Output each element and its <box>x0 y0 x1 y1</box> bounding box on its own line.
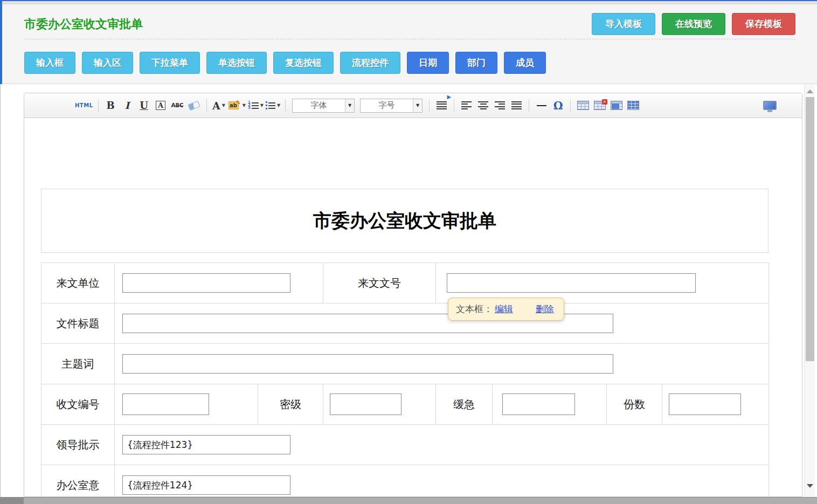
document-title-cell: 市委办公室收文审批单 <box>41 189 768 253</box>
indent-glyph <box>437 101 447 109</box>
scrollbar-thumb[interactable] <box>806 97 814 361</box>
toolbar-separator <box>570 99 571 112</box>
toolbar-separator <box>285 99 286 112</box>
table-cell-glyph <box>611 101 622 110</box>
insert-table-icon[interactable] <box>576 98 590 114</box>
align-center-icon[interactable] <box>476 98 490 114</box>
widget-button-row: 输入框 输入区 下拉菜单 单选按钮 复选按钮 流程控件 日期 部门 成员 <box>24 52 546 74</box>
font-size-label: 字号 <box>361 100 413 111</box>
italic-icon[interactable]: I <box>120 98 135 114</box>
urgency-input[interactable] <box>502 393 575 415</box>
bullet-list-icon[interactable]: ▼ <box>266 98 280 114</box>
add-checkbox-button[interactable]: 复选按钮 <box>273 52 334 74</box>
pencil-icon: ✎ <box>236 99 241 106</box>
boxed-a-glyph: A <box>156 101 165 110</box>
toolbar-separator <box>429 99 430 112</box>
import-template-button[interactable]: 导入模板 <box>592 13 655 35</box>
textbox-action-tooltip: 文本框： 编辑 删除 <box>448 298 564 321</box>
editor-content[interactable]: 市委办公室收文审批单 来文单位 来文文号 文件标题 主题词 收文 <box>24 118 802 497</box>
label-subject-words: 主题词 <box>41 344 115 384</box>
align-right-glyph <box>495 101 505 109</box>
strike-glyph: ABC <box>171 102 184 108</box>
ordered-list-icon[interactable]: 123 ▼ <box>248 98 264 114</box>
indent-icon[interactable]: ▶ <box>434 98 449 114</box>
window-left-edge <box>0 84 1 497</box>
bullet-list-glyph <box>266 101 275 109</box>
tooltip-label: 文本框： <box>456 303 493 315</box>
label-leader-instructions: 领导批示 <box>41 425 115 465</box>
indent-arrow-glyph: ▶ <box>447 94 451 100</box>
toolbar-separator <box>98 99 99 112</box>
edit-link[interactable]: 编辑 <box>495 303 513 315</box>
add-radio-button[interactable]: 单选按钮 <box>206 52 267 74</box>
chevron-down-icon: ▼ <box>222 103 225 108</box>
delete-link[interactable]: 删除 <box>536 303 554 315</box>
receipt-number-input[interactable] <box>122 393 209 415</box>
add-textarea-button[interactable]: 输入区 <box>82 52 133 74</box>
add-dropdown-button[interactable]: 下拉菜单 <box>140 52 200 74</box>
incoming-doc-number-input[interactable] <box>447 273 696 293</box>
window-bottom-edge <box>0 497 817 504</box>
hr-glyph <box>537 105 546 106</box>
leader-instructions-flow-input[interactable] <box>122 435 290 454</box>
table-row: 办公室意 <box>41 465 769 498</box>
table-row: 文件标题 <box>41 303 769 344</box>
copies-input[interactable] <box>669 393 741 415</box>
underline-icon[interactable]: U <box>137 98 151 114</box>
label-incoming-doc-number: 来文文号 <box>323 263 436 303</box>
fullscreen-button[interactable] <box>763 98 777 114</box>
save-template-button[interactable]: 保存模板 <box>732 13 795 35</box>
align-justify-icon[interactable] <box>509 98 524 114</box>
subject-words-input[interactable] <box>122 354 613 374</box>
table-row: 主题词 <box>41 344 769 384</box>
incoming-unit-input[interactable] <box>122 273 290 293</box>
table-properties-icon[interactable] <box>626 98 640 114</box>
page-header: 市委办公室收文审批单 导入模板 在线预览 保存模板 输入框 输入区 下拉菜单 单… <box>2 4 817 84</box>
html-source-button[interactable]: HTML <box>75 98 93 114</box>
add-member-button[interactable]: 成员 <box>504 52 546 74</box>
table-row: 收文编号 密级 缓急 份数 <box>41 384 769 425</box>
vertical-scrollbar[interactable] <box>804 85 815 504</box>
horizontal-rule-icon[interactable] <box>534 98 549 114</box>
strikethrough-icon[interactable]: ABC <box>170 98 185 114</box>
office-opinion-flow-input[interactable] <box>122 475 290 495</box>
font-size-select[interactable]: 字号 ▼ <box>360 99 423 113</box>
document-title: 市委办公室收文审批单 <box>313 209 496 233</box>
bold-icon[interactable]: B <box>103 98 118 114</box>
align-right-icon[interactable] <box>493 98 507 114</box>
editor-toolbar: HTML B I U A ABC A▼ ab✎▼ 123 ▼ ▼ 字体 ▼ <box>24 93 802 118</box>
align-left-glyph <box>461 101 472 109</box>
align-center-glyph <box>478 101 488 109</box>
toolbar-separator <box>206 99 207 112</box>
page-title: 市委办公室收文审批单 <box>24 16 143 32</box>
table-row: 来文单位 来文文号 <box>41 263 769 303</box>
font-color-glyph: A <box>212 100 220 112</box>
label-office-opinion: 办公室意 <box>41 465 115 498</box>
omega-glyph: Ω <box>553 99 563 112</box>
add-flow-control-button[interactable]: 流程控件 <box>340 52 400 74</box>
label-incoming-unit: 来文单位 <box>41 263 115 303</box>
add-date-button[interactable]: 日期 <box>407 52 449 74</box>
label-document-title: 文件标题 <box>41 303 115 344</box>
add-department-button[interactable]: 部门 <box>455 52 497 74</box>
security-level-input[interactable] <box>330 393 401 415</box>
delete-table-icon[interactable]: ✕ <box>592 98 607 114</box>
font-family-select[interactable]: 字体 ▼ <box>292 99 355 113</box>
toolbar-separator <box>454 99 454 112</box>
align-left-icon[interactable] <box>459 98 474 114</box>
add-input-box-button[interactable]: 输入框 <box>24 52 75 74</box>
scroll-down-arrow-icon[interactable] <box>807 484 813 488</box>
align-justify-glyph <box>511 101 522 109</box>
toolbar-separator <box>529 99 529 112</box>
special-character-icon[interactable]: Ω <box>551 98 565 114</box>
approval-form-table: 来文单位 来文文号 文件标题 主题词 收文编号 密级 缓急 份数 <box>41 263 769 497</box>
eraser-glyph <box>188 100 200 111</box>
table-cell-properties-icon[interactable] <box>609 98 624 114</box>
font-style-icon[interactable]: A <box>154 98 168 114</box>
remove-format-eraser-icon[interactable] <box>187 98 202 114</box>
highlight-color-icon[interactable]: ab✎▼ <box>229 98 246 114</box>
online-preview-button[interactable]: 在线预览 <box>662 13 725 35</box>
font-color-icon[interactable]: A▼ <box>212 98 226 114</box>
header-actions: 导入模板 在线预览 保存模板 <box>592 13 795 35</box>
scroll-up-arrow-icon[interactable] <box>807 89 813 93</box>
